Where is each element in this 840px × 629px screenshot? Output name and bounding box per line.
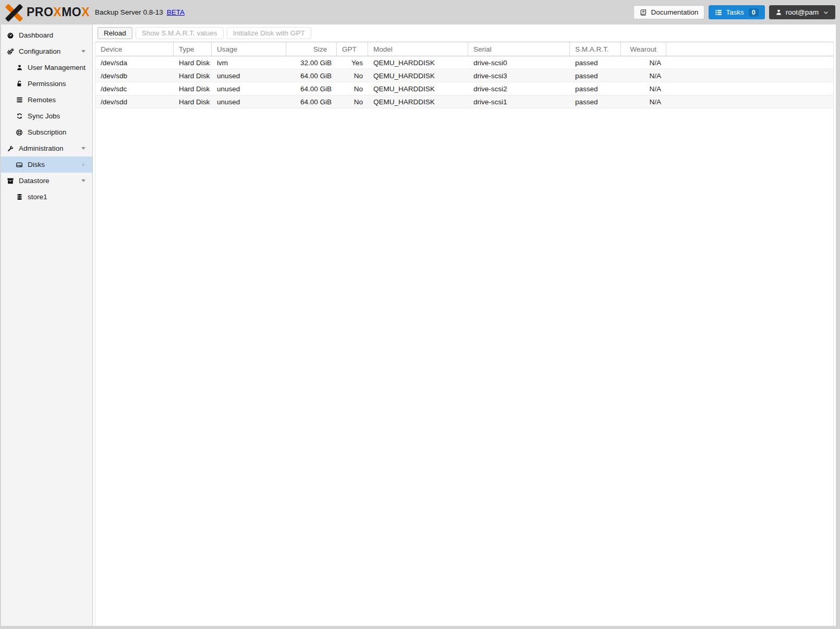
chevron-down-icon bbox=[823, 9, 829, 16]
cell-serial: drive-scsi1 bbox=[468, 95, 570, 108]
disks-toolbar: Reload Show S.M.A.R.T. values Initialize… bbox=[93, 25, 836, 42]
list-bars-icon bbox=[15, 96, 23, 103]
disks-table: Device Type Usage Size GPT Model Serial … bbox=[95, 42, 834, 626]
cell-size: 64.00 GiB bbox=[286, 95, 337, 108]
cell-usage: lvm bbox=[212, 56, 286, 69]
user-menu-button[interactable]: root@pam bbox=[769, 5, 835, 19]
product-title: Backup Server 0.8-13 bbox=[95, 8, 163, 16]
sidebar-item-store1[interactable]: store1 bbox=[1, 189, 92, 205]
column-header-size[interactable]: Size bbox=[286, 42, 337, 56]
cell-gpt: No bbox=[337, 69, 368, 82]
cell-model: QEMU_HARDDISK bbox=[368, 69, 468, 82]
sidebar-item-label: Subscription bbox=[28, 128, 66, 136]
column-header-usage[interactable]: Usage bbox=[212, 42, 286, 56]
cell-wearout: N/A bbox=[621, 82, 666, 95]
column-header-gpt[interactable]: GPT bbox=[337, 42, 368, 56]
cell-gpt: No bbox=[337, 82, 368, 95]
documentation-button[interactable]: Documentation bbox=[634, 5, 704, 19]
cell-smart: passed bbox=[570, 69, 621, 82]
initialize-gpt-button[interactable]: Initialize Disk with GPT bbox=[227, 27, 311, 39]
sidebar-item-subscription[interactable]: Subscription bbox=[1, 124, 92, 140]
cell-serial: drive-scsi2 bbox=[468, 82, 570, 95]
proxmox-x-icon bbox=[5, 4, 23, 21]
proxmox-backup-server-app: PROXMOX Backup Server 0.8-13 BETA Docume… bbox=[0, 0, 840, 629]
table-row[interactable]: /dev/sdbHard Diskunused64.00 GiBNoQEMU_H… bbox=[95, 69, 833, 82]
table-row[interactable]: /dev/sdaHard Disklvm32.00 GiBYesQEMU_HAR… bbox=[95, 56, 833, 69]
sidebar-item-remotes[interactable]: Remotes bbox=[1, 92, 92, 108]
column-header-filler bbox=[666, 42, 833, 56]
show-smart-values-button[interactable]: Show S.M.A.R.T. values bbox=[136, 27, 224, 39]
life-ring-icon bbox=[15, 129, 23, 136]
cell-wearout: N/A bbox=[621, 69, 666, 82]
cell-device: /dev/sdb bbox=[95, 69, 174, 82]
sidebar-item-user-management[interactable]: User Management bbox=[1, 59, 92, 76]
sidebar-item-label: Remotes bbox=[28, 96, 56, 104]
cell-type: Hard Disk bbox=[174, 56, 212, 69]
sidebar-item-label: User Management bbox=[28, 64, 86, 71]
wrench-icon bbox=[6, 145, 15, 152]
beta-link[interactable]: BETA bbox=[167, 8, 185, 16]
hdd-icon bbox=[15, 161, 23, 168]
sidebar: Dashboard Configuration User Management bbox=[1, 25, 93, 626]
sidebar-item-administration[interactable]: Administration bbox=[1, 140, 92, 156]
column-header-smart[interactable]: S.M.A.R.T. bbox=[570, 42, 621, 56]
proxmox-logo: PROXMOX bbox=[5, 4, 90, 21]
cell-type: Hard Disk bbox=[174, 82, 212, 95]
cell-model: QEMU_HARDDISK bbox=[368, 95, 468, 108]
archive-icon bbox=[6, 177, 15, 185]
column-header-serial[interactable]: Serial bbox=[468, 42, 570, 56]
caret-down-icon bbox=[81, 147, 86, 150]
column-header-model[interactable]: Model bbox=[368, 42, 468, 56]
cell-gpt: Yes bbox=[337, 56, 368, 69]
table-row[interactable]: /dev/sddHard Diskunused64.00 GiBNoQEMU_H… bbox=[95, 95, 833, 108]
column-header-device[interactable]: Device bbox=[95, 42, 174, 56]
sidebar-item-configuration[interactable]: Configuration bbox=[1, 43, 92, 59]
cell-gpt: No bbox=[337, 95, 368, 108]
user-icon bbox=[15, 64, 23, 71]
main-panel: Reload Show S.M.A.R.T. values Initialize… bbox=[93, 25, 836, 626]
cell-size: 32.00 GiB bbox=[286, 56, 337, 69]
cell-model: QEMU_HARDDISK bbox=[368, 56, 468, 69]
caret-down-icon bbox=[81, 50, 86, 53]
book-icon bbox=[640, 9, 647, 16]
sidebar-item-sync-jobs[interactable]: Sync Jobs bbox=[1, 108, 92, 124]
reload-button[interactable]: Reload bbox=[98, 27, 132, 39]
user-icon bbox=[775, 9, 782, 16]
column-header-wearout[interactable]: Wearout bbox=[621, 42, 666, 56]
database-icon bbox=[15, 193, 23, 200]
unlock-icon bbox=[15, 80, 23, 87]
header: PROXMOX Backup Server 0.8-13 BETA Docume… bbox=[0, 0, 840, 25]
sidebar-item-permissions[interactable]: Permissions bbox=[1, 76, 92, 92]
content-area: Dashboard Configuration User Management bbox=[1, 25, 836, 626]
cell-wearout: N/A bbox=[621, 95, 666, 108]
cell-device: /dev/sda bbox=[95, 56, 174, 69]
tachometer-icon bbox=[6, 32, 15, 39]
sidebar-item-label: Disks bbox=[28, 161, 45, 168]
tasks-button[interactable]: Tasks 0 bbox=[709, 5, 764, 19]
table-row[interactable]: /dev/sdcHard Diskunused64.00 GiBNoQEMU_H… bbox=[95, 82, 833, 95]
proxmox-wordmark: PROXMOX bbox=[27, 5, 90, 19]
cell-smart: passed bbox=[570, 56, 621, 69]
cell-serial: drive-scsi3 bbox=[468, 69, 570, 82]
tasks-count-badge: 0 bbox=[749, 8, 759, 17]
chevron-right-icon bbox=[82, 163, 85, 167]
cogs-icon bbox=[6, 48, 15, 55]
sidebar-item-label: Datastore bbox=[19, 177, 50, 185]
cell-wearout: N/A bbox=[621, 56, 666, 69]
sidebar-item-label: Administration bbox=[19, 144, 64, 152]
column-header-type[interactable]: Type bbox=[174, 42, 212, 56]
sidebar-item-label: Dashboard bbox=[19, 31, 53, 39]
table-body: /dev/sdaHard Disklvm32.00 GiBYesQEMU_HAR… bbox=[95, 56, 833, 108]
cell-smart: passed bbox=[570, 82, 621, 95]
cell-size: 64.00 GiB bbox=[286, 82, 337, 95]
sidebar-item-datastore[interactable]: Datastore bbox=[1, 173, 92, 189]
cell-device: /dev/sdd bbox=[95, 95, 174, 108]
task-list-icon bbox=[715, 9, 722, 16]
sidebar-item-label: store1 bbox=[28, 193, 47, 201]
sidebar-item-dashboard[interactable]: Dashboard bbox=[1, 27, 92, 43]
cell-size: 64.00 GiB bbox=[286, 69, 337, 82]
cell-smart: passed bbox=[570, 95, 621, 108]
cell-type: Hard Disk bbox=[174, 69, 212, 82]
cell-device: /dev/sdc bbox=[95, 82, 174, 95]
sidebar-item-disks[interactable]: Disks bbox=[1, 156, 92, 173]
